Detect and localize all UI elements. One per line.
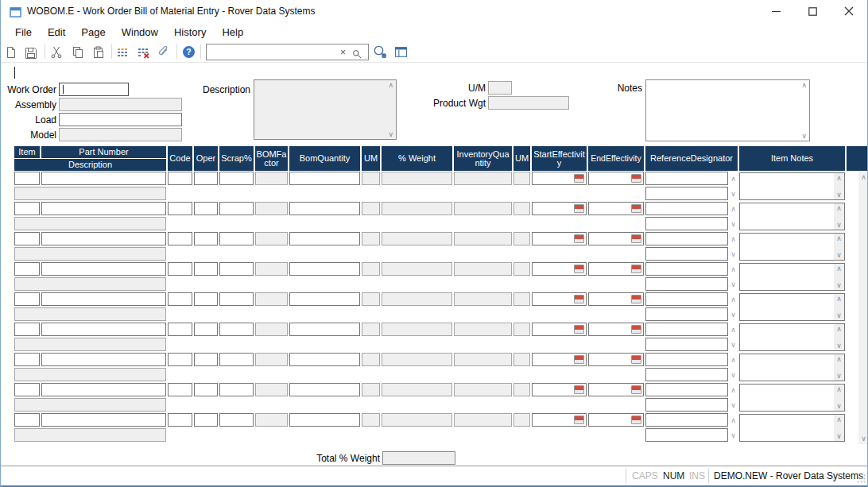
scroll-down-icon[interactable]: ∨ [834,372,844,380]
ref-scroll-down-icon[interactable]: ∨ [729,370,738,380]
item-cell[interactable] [14,232,40,245]
start-effectivity-cell[interactable] [532,262,587,276]
code-cell[interactable] [168,172,192,185]
end-effectivity-cell[interactable] [588,232,644,245]
work-order-field[interactable] [59,83,129,96]
ref-scroll-up-icon[interactable]: ∧ [729,385,738,395]
scrap-cell[interactable] [219,353,254,366]
oper-cell[interactable] [194,202,218,215]
ref-scroll-down-icon[interactable]: ∨ [729,249,738,259]
part-number-cell[interactable] [41,292,166,306]
menu-file[interactable]: File [7,24,40,41]
scroll-up-icon[interactable]: ∧ [834,174,844,182]
reference-designator-cell[interactable] [645,232,728,245]
header-um-2[interactable]: UM [513,146,530,171]
scroll-up-icon[interactable]: ∧ [834,265,844,272]
layout-toggle-icon[interactable] [392,44,409,60]
calendar-icon[interactable] [631,355,641,364]
ref-scroll-up-icon[interactable]: ∧ [729,204,738,214]
part-number-cell[interactable] [41,383,166,396]
reference-designator-cell-2[interactable] [645,277,728,291]
notes-scrollbar[interactable]: ∧ ∨ [834,234,844,260]
reference-designator-cell[interactable] [645,172,728,185]
code-cell[interactable] [168,383,192,396]
reference-designator-cell-2[interactable] [645,398,728,412]
header-item[interactable]: Item [14,146,40,158]
scroll-up-icon[interactable]: ∧ [834,295,844,303]
calendar-icon[interactable] [631,385,641,394]
menu-history[interactable]: History [166,24,214,41]
ref-scroll-up-icon[interactable]: ∧ [729,295,738,304]
reference-designator-cell[interactable] [645,202,728,215]
delete-row-icon[interactable] [135,44,153,60]
item-notes-cell[interactable]: ∧ ∨ [739,293,845,321]
reference-designator-cell-2[interactable] [645,247,728,261]
header-item-notes[interactable]: Item Notes [739,146,845,171]
code-cell[interactable] [168,232,192,245]
end-effectivity-cell[interactable] [588,383,644,396]
part-number-cell[interactable] [41,232,166,245]
notes-scrollbar[interactable]: ∧ ∨ [834,294,844,320]
code-cell[interactable] [168,292,192,306]
load-field[interactable] [59,113,182,126]
code-cell[interactable] [168,353,192,366]
ref-scroll-down-icon[interactable]: ∨ [729,219,738,229]
notes-field[interactable]: ∧ ∨ [645,79,810,141]
reference-designator-cell-2[interactable] [645,187,728,200]
bom-quantity-cell[interactable] [289,413,360,427]
reference-designator-cell[interactable] [645,353,728,366]
calendar-icon[interactable] [574,295,584,303]
menu-help[interactable]: Help [214,24,251,41]
bom-quantity-cell[interactable] [289,232,360,245]
scroll-down-icon[interactable]: ∨ [834,311,844,319]
reference-designator-cell-2[interactable] [645,217,728,230]
reference-designator-cell-2[interactable] [645,307,728,321]
calendar-icon[interactable] [574,355,584,364]
oper-cell[interactable] [194,172,218,185]
item-cell[interactable] [14,353,40,366]
calendar-icon[interactable] [574,325,584,334]
scroll-up-icon[interactable]: ∧ [858,173,868,181]
item-notes-cell[interactable]: ∧ ∨ [739,414,845,442]
notes-scrollbar[interactable]: ∧ ∨ [834,385,844,411]
part-number-cell[interactable] [41,202,166,215]
scrap-cell[interactable] [219,292,254,306]
item-notes-cell[interactable]: ∧ ∨ [739,354,845,381]
notes-scrollbar[interactable]: ∧ ∨ [834,264,844,290]
menu-window[interactable]: Window [114,24,166,41]
item-cell[interactable] [14,202,40,215]
search-icon[interactable] [352,48,362,57]
end-effectivity-cell[interactable] [588,353,644,366]
end-effectivity-cell[interactable] [588,413,644,427]
end-effectivity-cell[interactable] [588,172,644,185]
reference-designator-cell-2[interactable] [645,338,728,351]
search-clear-icon[interactable]: × [340,46,346,59]
reference-designator-cell[interactable] [645,292,728,306]
header-start-effectivity[interactable]: StartEffectivity [532,146,587,171]
calendar-icon[interactable] [574,385,584,394]
bom-quantity-cell[interactable] [289,323,360,336]
item-notes-cell[interactable]: ∧ ∨ [739,384,845,412]
notes-scrollbar[interactable]: ∧ ∨ [834,354,844,381]
calendar-icon[interactable] [574,174,584,183]
part-number-cell[interactable] [41,353,166,366]
scrap-cell[interactable] [219,202,254,215]
scroll-down-icon[interactable]: ∨ [834,432,844,440]
bom-quantity-cell[interactable] [289,262,360,276]
save-icon[interactable] [22,44,40,60]
header-reference-designator[interactable]: ReferenceDesignator [645,146,738,171]
calendar-icon[interactable] [631,415,641,424]
oper-cell[interactable] [194,232,218,245]
ref-scroll-down-icon[interactable]: ∨ [729,340,738,350]
bom-quantity-cell[interactable] [289,353,360,366]
start-effectivity-cell[interactable] [532,323,587,336]
scroll-up-icon[interactable]: ∧ [834,355,844,363]
oper-cell[interactable] [194,292,218,306]
end-effectivity-cell[interactable] [588,202,644,215]
calendar-icon[interactable] [631,234,641,243]
minimize-button[interactable] [758,0,794,22]
oper-cell[interactable] [194,413,218,427]
start-effectivity-cell[interactable] [532,172,587,185]
cut-icon[interactable] [48,44,65,60]
scroll-down-icon[interactable]: ∨ [801,132,807,140]
